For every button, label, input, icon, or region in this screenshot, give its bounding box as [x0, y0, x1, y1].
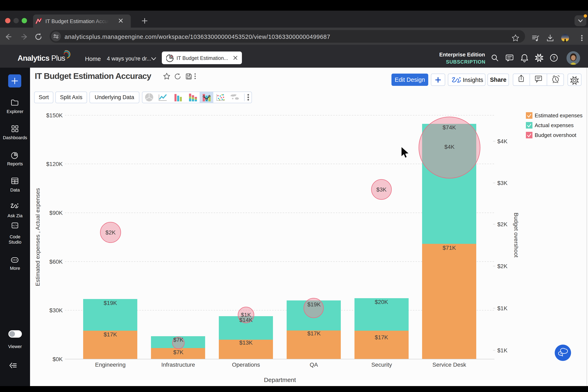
- svg-text:$19K: $19K: [104, 300, 117, 306]
- svg-text:Infrastructure: Infrastructure: [161, 362, 195, 368]
- svg-text:$3K: $3K: [497, 180, 508, 186]
- svg-text:$7K: $7K: [173, 336, 183, 343]
- svg-text:$60K: $60K: [49, 258, 63, 265]
- svg-text:$74K: $74K: [443, 124, 456, 130]
- svg-text:Service Desk: Service Desk: [433, 362, 467, 368]
- svg-text:$120K: $120K: [46, 161, 63, 167]
- svg-text:$90K: $90K: [49, 210, 63, 216]
- svg-text:$0K: $0K: [52, 356, 63, 362]
- svg-text:$14K: $14K: [239, 317, 253, 323]
- svg-text:$1K: $1K: [497, 347, 508, 354]
- svg-text:?: ?: [553, 56, 555, 60]
- svg-text:QA: QA: [310, 362, 318, 368]
- svg-text:Engineering: Engineering: [95, 362, 125, 368]
- svg-text:Budget overshoot: Budget overshoot: [535, 132, 577, 138]
- svg-text:$2K: $2K: [497, 263, 508, 269]
- svg-text:Budget overshoot: Budget overshoot: [513, 212, 519, 258]
- svg-text:$7K: $7K: [173, 349, 183, 356]
- svg-text:Operations: Operations: [232, 362, 260, 368]
- svg-text:$2K: $2K: [105, 229, 116, 236]
- svg-text:$150K: $150K: [46, 112, 63, 118]
- svg-text:$2K: $2K: [497, 221, 508, 228]
- svg-text:Department: Department: [264, 376, 296, 383]
- svg-text:Estimated expenses: Estimated expenses: [535, 112, 583, 118]
- svg-text:$4K: $4K: [497, 138, 508, 144]
- svg-text:$3K: $3K: [376, 186, 387, 193]
- svg-text:$17K: $17K: [104, 331, 117, 338]
- svg-text:$17K: $17K: [375, 334, 388, 340]
- svg-text:$71K: $71K: [443, 245, 456, 251]
- svg-text:$30K: $30K: [49, 307, 63, 314]
- svg-text:$1K: $1K: [497, 305, 508, 312]
- svg-text:$17K: $17K: [307, 330, 321, 336]
- svg-text:</>: </>: [12, 224, 17, 227]
- svg-text:$13K: $13K: [239, 340, 253, 346]
- svg-text:Actual expenses: Actual expenses: [535, 122, 574, 128]
- svg-text:$20K: $20K: [375, 299, 388, 305]
- svg-text:Security: Security: [371, 362, 392, 368]
- svg-text:$4K: $4K: [444, 144, 455, 150]
- svg-text:Estimated expenses , Actual ex: Estimated expenses , Actual expenses: [34, 188, 41, 286]
- svg-text:$19K: $19K: [307, 301, 321, 308]
